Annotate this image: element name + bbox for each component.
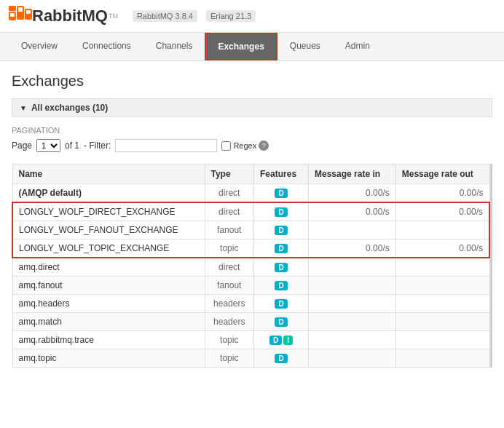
cell-features: D: [254, 313, 309, 331]
table-body: (AMQP default)directD0.00/s0.00/sLONGLY_…: [12, 184, 489, 368]
cell-type: headers: [205, 295, 254, 313]
cell-features: D: [254, 184, 309, 203]
cell-name: amq.fanout: [12, 277, 205, 295]
table-row: amq.fanoutfanoutD: [12, 277, 489, 295]
table-wrapper: Name Type Features Message rate in Messa…: [12, 164, 492, 368]
feature-badge: D: [275, 317, 287, 327]
page-select[interactable]: 1: [36, 139, 60, 152]
table-row: LONGLY_WOLF_FANOUT_EXCHANGEfanoutD: [12, 221, 489, 239]
feature-badge: D: [275, 299, 287, 309]
cell-features: D: [254, 202, 309, 221]
col-header-rate-in: Message rate in: [309, 165, 396, 184]
feature-badge: D: [275, 354, 287, 363]
rabbitmq-version: RabbitMQ 3.8.4: [133, 10, 197, 22]
cell-rate-out: [395, 277, 489, 295]
feature-badge: D: [275, 189, 287, 198]
feature-badge: D: [275, 244, 287, 253]
cell-rate-out: [395, 349, 489, 368]
table-row: amq.directdirectD: [12, 258, 489, 277]
nav-connections[interactable]: Connections: [70, 33, 143, 60]
cell-name: amq.topic: [12, 349, 205, 368]
cell-rate-in: [309, 258, 396, 277]
logo-icon: [9, 6, 32, 26]
cell-rate-in: 0.00/s: [309, 239, 396, 258]
feature-badge: D: [269, 336, 282, 345]
top-header: RabbitMQ TM RabbitMQ 3.8.4 Erlang 21.3: [0, 0, 504, 33]
cell-rate-out: [395, 221, 489, 239]
cell-rate-in: [309, 331, 396, 349]
cell-rate-out: 0.00/s: [395, 184, 489, 203]
cell-name: LONGLY_WOLF_TOPIC_EXCHANGE: [12, 239, 205, 258]
cell-name: LONGLY_WOLF_DIRECT_EXCHANGE: [12, 202, 205, 221]
table-row: amq.headersheadersD: [12, 295, 489, 313]
logo-text: RabbitMQ: [32, 7, 108, 25]
filter-label: - Filter:: [84, 140, 111, 151]
cell-rate-out: [395, 258, 489, 277]
erlang-version: Erlang 21.3: [206, 10, 256, 22]
logo-tm: TM: [109, 12, 118, 20]
cell-rate-in: 0.00/s: [309, 202, 396, 221]
of-label: of 1: [65, 140, 79, 151]
cell-type: direct: [205, 202, 254, 221]
table-row: amq.rabbitmq.tracetopicDI: [12, 331, 489, 349]
regex-checkbox[interactable]: [221, 141, 231, 151]
table-row: amq.topictopicD: [12, 349, 489, 368]
pagination-label: Pagination: [12, 126, 492, 135]
cell-rate-out: [395, 295, 489, 313]
svg-rect-5: [18, 7, 23, 12]
cell-rate-out: [395, 313, 489, 331]
nav-admin[interactable]: Admin: [333, 33, 382, 60]
cell-name: amq.rabbitmq.trace: [12, 331, 205, 349]
table-row: (AMQP default)directD0.00/s0.00/s: [12, 184, 489, 203]
nav-overview[interactable]: Overview: [9, 33, 70, 60]
page-title: Exchanges: [12, 73, 492, 90]
table-row: LONGLY_WOLF_DIRECT_EXCHANGEdirectD0.00/s…: [12, 202, 489, 221]
cell-type: topic: [205, 331, 254, 349]
exchanges-table: Name Type Features Message rate in Messa…: [12, 164, 490, 368]
logo: RabbitMQ TM: [9, 6, 118, 26]
help-icon[interactable]: ?: [259, 140, 269, 151]
col-header-rate-out: Message rate out: [395, 165, 489, 184]
cell-name: amq.match: [12, 313, 205, 331]
cell-name: amq.headers: [12, 295, 205, 313]
cell-rate-in: [309, 349, 396, 368]
cell-type: headers: [205, 313, 254, 331]
feature-badge: D: [275, 263, 287, 272]
nav-bar: Overview Connections Channels Exchanges …: [0, 33, 504, 61]
cell-rate-in: 0.00/s: [309, 184, 396, 203]
cell-type: fanout: [205, 277, 254, 295]
cell-name: LONGLY_WOLF_FANOUT_EXCHANGE: [12, 221, 205, 239]
feature-badge: D: [275, 207, 287, 217]
cell-rate-out: [395, 331, 489, 349]
cell-type: topic: [205, 349, 254, 368]
main-content: Exchanges ▼ All exchanges (10) Paginatio…: [0, 61, 504, 379]
cell-features: D: [254, 258, 309, 277]
table-row: LONGLY_WOLF_TOPIC_EXCHANGEtopicD0.00/s0.…: [12, 239, 489, 258]
cell-features: D: [254, 239, 309, 258]
version-info: RabbitMQ 3.8.4 Erlang 21.3: [133, 10, 256, 22]
nav-exchanges[interactable]: Exchanges: [205, 33, 277, 60]
col-header-type: Type: [205, 165, 254, 184]
page-label: Page: [12, 140, 32, 151]
feature-badge: D: [275, 281, 287, 290]
nav-queues[interactable]: Queues: [277, 33, 333, 60]
section-header[interactable]: ▼ All exchanges (10): [12, 98, 492, 117]
cell-name: amq.direct: [12, 258, 205, 277]
cell-features: D: [254, 295, 309, 313]
cell-type: topic: [205, 239, 254, 258]
svg-rect-6: [26, 10, 31, 14]
table-row: amq.matchheadersD: [12, 313, 489, 331]
svg-rect-1: [9, 6, 16, 11]
collapse-arrow: ▼: [20, 104, 27, 112]
col-header-features: Features: [254, 165, 309, 184]
cell-features: D: [254, 349, 309, 368]
cell-name: (AMQP default): [12, 184, 205, 203]
cell-rate-out: 0.00/s: [395, 239, 489, 258]
cell-rate-in: [309, 313, 396, 331]
cell-type: direct: [205, 184, 254, 203]
nav-channels[interactable]: Channels: [143, 33, 205, 60]
section-header-label: All exchanges (10): [31, 103, 108, 113]
filter-input[interactable]: [115, 139, 217, 152]
cell-rate-in: [309, 221, 396, 239]
cell-rate-in: [309, 295, 396, 313]
